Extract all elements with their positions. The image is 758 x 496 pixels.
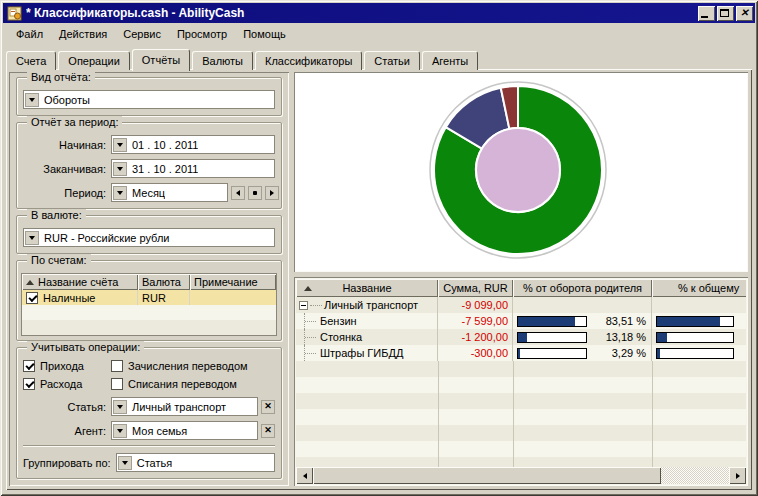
clear-agent-button[interactable]: ✕	[261, 424, 275, 438]
maximize-button[interactable]	[717, 6, 734, 21]
arrow-right-icon	[736, 473, 740, 479]
chevron-down-icon[interactable]	[25, 231, 39, 245]
scrollbar-thumb[interactable]	[313, 467, 661, 484]
percent-bar	[656, 316, 734, 327]
table-row[interactable]: Стоянка-1 200,0013,18 %	[296, 329, 746, 345]
group-by-combobox[interactable]: Статья	[116, 453, 275, 472]
group-by-value: Статья	[133, 457, 172, 469]
app-window: * Классификаторы.cash - AbilityCash ✕ Фа…	[0, 0, 758, 496]
category-name: Бензин	[320, 315, 357, 327]
transfer-out-checkbox[interactable]: Списания переводом	[111, 378, 237, 390]
next-period-button[interactable]	[265, 186, 279, 200]
tree-line	[310, 305, 322, 306]
menu-service[interactable]: Сервис	[115, 26, 169, 42]
chevron-down-icon[interactable]	[25, 93, 39, 107]
account-note	[190, 290, 276, 305]
col-header-pct-total[interactable]: % к общему	[652, 279, 746, 297]
menu-view[interactable]: Просмотр	[169, 26, 235, 42]
menu-file[interactable]: Файл	[8, 26, 51, 42]
tree-line	[304, 345, 317, 361]
current-period-button[interactable]	[248, 186, 262, 200]
accounts-col-note[interactable]: Примечание	[190, 274, 276, 290]
pie-center-hole	[476, 128, 560, 212]
table-row[interactable]: Штрафы ГИБДД-300,003,29 %	[296, 345, 746, 361]
minimize-button[interactable]	[698, 6, 715, 21]
account-name: Наличные	[43, 292, 95, 304]
percent-bar	[656, 348, 734, 359]
currency-value: RUR - Российские рубли	[40, 232, 170, 244]
chevron-down-icon[interactable]	[113, 186, 127, 200]
agent-value: Моя семья	[128, 425, 187, 437]
col-header-pct-parent[interactable]: % от оборота родителя	[513, 279, 652, 297]
account-currency: RUR	[138, 290, 190, 305]
amount-value: -1 200,00	[438, 329, 513, 345]
collapse-toggle[interactable]	[299, 301, 308, 310]
chevron-down-icon[interactable]	[118, 456, 132, 470]
menu-bar: Файл Действия Сервис Просмотр Помощь	[3, 24, 755, 44]
period-step-label: Период:	[23, 187, 111, 199]
currency-group: В валюте: RUR - Российские рубли	[16, 215, 282, 254]
menu-help[interactable]: Помощь	[235, 26, 294, 42]
tab-currencies[interactable]: Валюты	[192, 51, 253, 70]
accounts-table-header: Название счёта Валюта Примечание	[22, 274, 276, 290]
currency-combobox[interactable]: RUR - Российские рубли	[23, 228, 275, 247]
reports-page: Вид отчёта: Обороты Отчёт за период: Нач…	[6, 69, 752, 490]
chevron-down-icon[interactable]	[113, 138, 127, 152]
category-name: Штрафы ГИБДД	[320, 347, 403, 359]
chevron-down-icon[interactable]	[113, 400, 127, 414]
report-table-body: Личный транспорт-9 099,00Бензин-7 599,00…	[296, 297, 746, 467]
period-step-value: Месяц	[128, 187, 165, 199]
end-date-field[interactable]: 31 . 10 . 2011	[111, 159, 275, 178]
accounts-col-name[interactable]: Название счёта	[22, 274, 138, 290]
end-date-value: 31 . 10 . 2011	[128, 163, 198, 175]
maximize-icon	[720, 9, 729, 17]
chevron-down-icon[interactable]	[113, 424, 127, 438]
agent-combobox[interactable]: Моя семья	[111, 421, 258, 440]
tab-operations[interactable]: Операции	[58, 51, 129, 70]
account-checkbox[interactable]	[26, 292, 43, 304]
start-date-value: 01 . 10 . 2011	[128, 139, 198, 151]
start-date-field[interactable]: 01 . 10 . 2011	[111, 135, 275, 154]
scroll-right-button[interactable]	[729, 467, 746, 484]
menu-actions[interactable]: Действия	[51, 26, 115, 42]
article-combobox[interactable]: Личный транспорт	[111, 397, 258, 416]
tab-accounts[interactable]: Счета	[6, 51, 56, 70]
tab-reports[interactable]: Отчёты	[132, 49, 190, 71]
tab-classifiers[interactable]: Классификаторы	[255, 51, 362, 70]
scrollbar-track[interactable]	[661, 467, 729, 484]
horizontal-scrollbar	[296, 467, 746, 484]
accounts-col-currency[interactable]: Валюта	[138, 274, 190, 290]
article-value: Личный транспорт	[128, 401, 226, 413]
transfer-in-checkbox[interactable]: Зачисления переводом	[111, 360, 248, 372]
category-name: Стоянка	[320, 331, 362, 343]
scroll-left-button[interactable]	[296, 467, 313, 484]
sort-asc-icon	[26, 280, 34, 285]
operations-group: Учитывать операции: Прихода Зачисления п…	[16, 347, 282, 479]
expense-checkbox[interactable]: Расхода	[23, 378, 111, 390]
table-row[interactable]: Личный транспорт-9 099,00	[296, 297, 746, 313]
prev-period-button[interactable]	[231, 186, 245, 200]
chevron-down-icon[interactable]	[113, 162, 127, 176]
report-type-group-label: Вид отчёта:	[27, 71, 95, 83]
income-checkbox[interactable]: Прихода	[23, 360, 111, 372]
arrow-right-icon	[270, 190, 274, 196]
account-row-cash[interactable]: Наличные RUR	[22, 290, 276, 305]
clear-article-button[interactable]: ✕	[261, 400, 275, 414]
col-header-name[interactable]: Название	[296, 279, 438, 297]
account-empty-row	[22, 320, 276, 335]
tab-agents[interactable]: Агенты	[422, 51, 478, 70]
table-row[interactable]: Бензин-7 599,0083,51 %	[296, 313, 746, 329]
percent-value: 13,18 %	[606, 331, 651, 343]
pie-chart-panel: БензинСтоянкаШтрафы ГИБДД	[294, 72, 748, 272]
tab-articles[interactable]: Статьи	[364, 51, 420, 70]
report-table-header: Название Сумма, RUR % от оборота родител…	[296, 279, 746, 297]
close-icon: ✕	[264, 402, 272, 411]
percent-bar	[517, 348, 587, 359]
close-button[interactable]: ✕	[736, 6, 753, 21]
close-icon: ✕	[736, 6, 753, 21]
col-header-sum[interactable]: Сумма, RUR	[438, 279, 513, 297]
report-type-combobox[interactable]: Обороты	[23, 90, 275, 109]
period-step-combobox[interactable]: Месяц	[111, 183, 228, 202]
tab-strip: Счета Операции Отчёты Валюты Классификат…	[6, 49, 752, 70]
amount-value: -9 099,00	[438, 297, 513, 313]
